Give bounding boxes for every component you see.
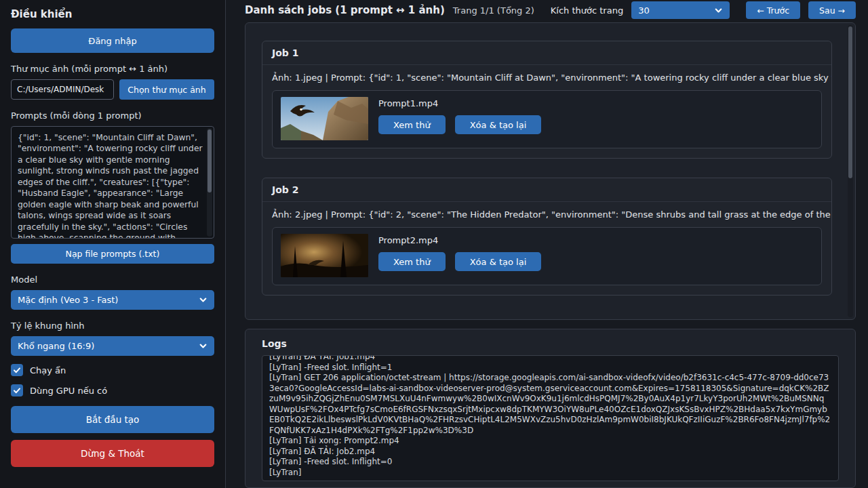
job-meta: Ảnh: 2.jpeg | Prompt: {"id": 2, "scene":… xyxy=(262,202,831,220)
log-line: [LyTran] GET 206 application/octet-strea… xyxy=(269,373,831,436)
choose-folder-button[interactable]: Chọn thư mục ảnh xyxy=(119,79,214,100)
logs-panel: Logs [LyTran] ĐÃ TẢI: Job1.mp4 [LyTran] … xyxy=(245,329,856,488)
load-prompts-button[interactable]: Nạp file prompts (.txt) xyxy=(11,244,214,264)
job2-video-thumbnail[interactable] xyxy=(281,234,368,277)
job-actions: Xem thử Xóa & tạo lại xyxy=(378,252,541,271)
log-line: [LyTran] ĐÃ TẢI: Job2.mp4 xyxy=(269,447,831,458)
log-line: [LyTran] Tải xong: Prompt2.mp4 xyxy=(269,436,831,447)
main-area: Danh sách jobs (1 prompt ↔ 1 ảnh) Trang … xyxy=(226,0,868,488)
aspect-ratio-select[interactable]: Khổ ngang (16:9) xyxy=(11,336,214,356)
jobs-list-title: Danh sách jobs (1 prompt ↔ 1 ảnh) xyxy=(245,4,445,16)
model-label: Model xyxy=(11,274,214,285)
preview-button[interactable]: Xem thử xyxy=(378,115,446,134)
checkbox-checked-icon xyxy=(11,364,23,376)
aspect-ratio-select-value: Khổ ngang (16:9) xyxy=(18,341,94,351)
logs-title: Logs xyxy=(262,338,839,349)
job-media-info: Prompt1.mp4 Xem thử Xóa & tạo lại xyxy=(378,97,541,140)
prompts-area: {"id": 1, "scene": "Mountain Cliff at Da… xyxy=(11,126,214,239)
app-window: Điều khiển Đăng nhập Thư mục ảnh (mỗi pr… xyxy=(0,0,868,488)
job-media-box: Prompt2.mp4 Xem thử Xóa & tạo lại xyxy=(272,227,822,285)
stop-exit-button[interactable]: Dừng & Thoát xyxy=(11,440,214,467)
log-content: [LyTran] ĐÃ TẢI: Job1.mp4 [LyTran] -Free… xyxy=(269,355,831,478)
job-card: Job 1 Ảnh: 1.jpeg | Prompt: {"id": 1, "s… xyxy=(262,41,832,159)
image-folder-input[interactable] xyxy=(11,79,114,100)
model-select-value: Mặc định (Veo 3 - Fast) xyxy=(18,295,118,305)
run-hidden-checkbox[interactable]: Chạy ẩn xyxy=(11,364,214,376)
jobs-panel: Job 1 Ảnh: 1.jpeg | Prompt: {"id": 1, "s… xyxy=(245,22,856,320)
log-line: [LyTran] -Freed slot. Inflight=0 xyxy=(269,457,831,468)
job-card: Job 2 Ảnh: 2.jpeg | Prompt: {"id": 2, "s… xyxy=(262,178,832,296)
chevron-down-icon xyxy=(199,342,208,350)
prompts-label: Prompts (mỗi dòng 1 prompt) xyxy=(11,110,214,121)
prompts-scrollbar-thumb[interactable] xyxy=(208,129,212,192)
jobs-header: Danh sách jobs (1 prompt ↔ 1 ảnh) Trang … xyxy=(245,0,856,20)
jobs-scrollbar-thumb[interactable] xyxy=(848,26,852,178)
run-hidden-label: Chạy ẩn xyxy=(30,365,66,375)
image-folder-label: Thư mục ảnh (mỗi prompt ↔ 1 ảnh) xyxy=(11,64,214,74)
job-meta: Ảnh: 1.jpeg | Prompt: {"id": 1, "scene":… xyxy=(262,65,831,83)
preview-button[interactable]: Xem thử xyxy=(378,252,446,271)
sidebar-title: Điều khiển xyxy=(11,8,214,20)
forest-thumbnail-image xyxy=(281,234,368,277)
eagle-cliff-thumbnail-image xyxy=(281,97,368,140)
next-page-button[interactable]: Sau → xyxy=(808,1,856,19)
log-line: [LyTran] xyxy=(269,468,831,479)
job-media-info: Prompt2.mp4 Xem thử Xóa & tạo lại xyxy=(378,234,541,277)
control-sidebar: Điều khiển Đăng nhập Thư mục ảnh (mỗi pr… xyxy=(0,0,226,488)
job-actions: Xem thử Xóa & tạo lại xyxy=(378,115,541,134)
video-filename: Prompt2.mp4 xyxy=(378,235,541,245)
video-filename: Prompt1.mp4 xyxy=(378,98,541,108)
use-gpu-label: Dùng GPU nếu có xyxy=(30,386,107,396)
chevron-down-icon xyxy=(199,296,208,304)
chevron-down-icon xyxy=(714,6,723,15)
log-line: [LyTran] ĐÃ TẢI: Job1.mp4 xyxy=(269,355,831,363)
log-line: [LyTran] -Freed slot. Inflight=1 xyxy=(269,363,831,373)
login-button[interactable]: Đăng nhập xyxy=(11,28,214,53)
start-button[interactable]: Bắt đầu tạo xyxy=(11,406,214,433)
delete-recreate-button[interactable]: Xóa & tạo lại xyxy=(455,252,542,271)
page-size-value: 30 xyxy=(638,5,650,16)
prompts-scrollbar[interactable] xyxy=(207,128,212,237)
prev-page-button[interactable]: ← Trước xyxy=(746,1,800,19)
jobs-scrollbar[interactable] xyxy=(848,25,853,317)
job-title: Job 2 xyxy=(262,178,831,202)
page-size-label: Kích thước trang xyxy=(551,5,623,16)
delete-recreate-button[interactable]: Xóa & tạo lại xyxy=(455,115,542,134)
prompts-textarea[interactable]: {"id": 1, "scene": "Mountain Cliff at Da… xyxy=(11,126,214,239)
job-title: Job 1 xyxy=(262,41,831,65)
image-folder-row: Chọn thư mục ảnh xyxy=(11,79,214,100)
page-size-select[interactable]: 30 xyxy=(631,1,730,19)
use-gpu-checkbox[interactable]: Dùng GPU nếu có xyxy=(11,384,214,396)
log-output[interactable]: [LyTran] ĐÃ TẢI: Job1.mp4 [LyTran] -Free… xyxy=(262,355,839,481)
model-select[interactable]: Mặc định (Veo 3 - Fast) xyxy=(11,290,214,310)
job1-video-thumbnail[interactable] xyxy=(281,97,368,140)
job-media-box: Prompt1.mp4 Xem thử Xóa & tạo lại xyxy=(272,90,822,148)
aspect-ratio-label: Tỷ lệ khung hình xyxy=(11,321,214,331)
page-info: Trang 1/1 (Tổng 2) xyxy=(453,5,534,16)
checkbox-checked-icon xyxy=(11,384,23,396)
